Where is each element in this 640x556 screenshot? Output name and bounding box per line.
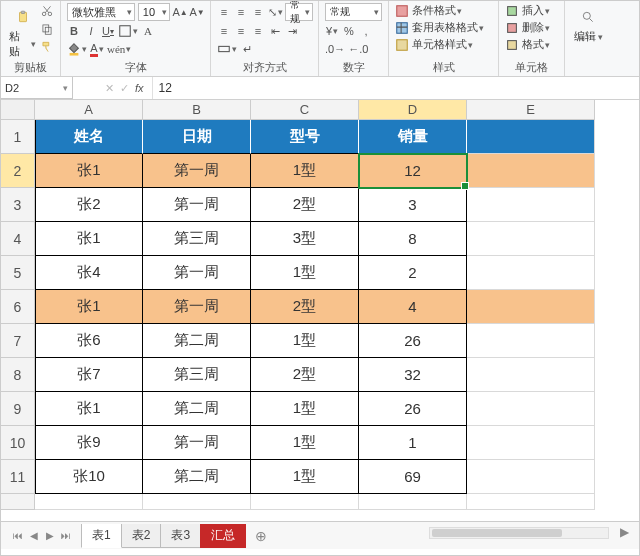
row-header-6[interactable]: 6 (1, 290, 35, 324)
cell-D10[interactable]: 1 (359, 426, 467, 460)
cell-C7[interactable]: 1型 (251, 324, 359, 358)
editing-button[interactable]: 编辑 (571, 3, 605, 44)
align-left-icon[interactable]: ≡ (217, 23, 231, 39)
currency-icon[interactable]: ¥ (325, 23, 339, 39)
align-center-icon[interactable]: ≡ (234, 23, 248, 39)
font-effects-button[interactable]: A (141, 23, 155, 39)
cell-D2[interactable]: 12 (359, 154, 467, 188)
cut-icon[interactable] (40, 3, 54, 19)
inc-decimal-icon[interactable]: .0→ (325, 41, 345, 57)
cell-E5[interactable] (467, 256, 595, 290)
cell-E6[interactable] (467, 290, 595, 324)
insert-button[interactable]: 插入 (505, 3, 558, 18)
cell-B3[interactable]: 第一周 (143, 188, 251, 222)
copy-icon[interactable] (40, 21, 54, 37)
row-header-8[interactable]: 8 (1, 358, 35, 392)
cell-B5[interactable]: 第一周 (143, 256, 251, 290)
cell-A2[interactable]: 张1 (35, 154, 143, 188)
cell-E7[interactable] (467, 324, 595, 358)
row-header-9[interactable]: 9 (1, 392, 35, 426)
row-header-11[interactable]: 11 (1, 460, 35, 494)
cell-D1[interactable]: 销量 (359, 120, 467, 154)
cell-C5[interactable]: 1型 (251, 256, 359, 290)
cell-E4[interactable] (467, 222, 595, 256)
row-header-2[interactable]: 2 (1, 154, 35, 188)
cell-B1[interactable]: 日期 (143, 120, 251, 154)
font-color-button[interactable]: A (90, 41, 104, 57)
cell-B7[interactable]: 第二周 (143, 324, 251, 358)
cell-A6[interactable]: 张1 (35, 290, 143, 324)
column-header-B[interactable]: B (143, 100, 251, 120)
cell-D12[interactable] (359, 494, 467, 510)
wrap-text-icon[interactable]: ↵ (240, 41, 254, 57)
sheet-tab-1[interactable]: 表2 (121, 524, 162, 548)
border-button[interactable] (118, 23, 138, 39)
fill-color-button[interactable] (67, 41, 87, 57)
bold-button[interactable]: B (67, 23, 81, 39)
align-top-icon[interactable]: ≡ (217, 4, 231, 20)
column-header-C[interactable]: C (251, 100, 359, 120)
align-middle-icon[interactable]: ≡ (234, 4, 248, 20)
sheet-tab-2[interactable]: 表3 (160, 524, 201, 548)
cell-D7[interactable]: 26 (359, 324, 467, 358)
scroll-right-icon[interactable]: ▶ (620, 525, 629, 539)
cell-B12[interactable] (143, 494, 251, 510)
cell-C11[interactable]: 1型 (251, 460, 359, 494)
cell-D8[interactable]: 32 (359, 358, 467, 392)
add-sheet-button[interactable]: ⊕ (251, 528, 271, 544)
horizontal-scrollbar[interactable] (429, 527, 609, 539)
tab-nav-next-icon[interactable]: ▶ (43, 530, 57, 541)
format-painter-icon[interactable] (40, 39, 54, 55)
cell-C6[interactable]: 2型 (251, 290, 359, 324)
cell-B11[interactable]: 第二周 (143, 460, 251, 494)
row-header-4[interactable]: 4 (1, 222, 35, 256)
cell-C10[interactable]: 1型 (251, 426, 359, 460)
sheet-tab-0[interactable]: 表1 (81, 524, 122, 548)
tab-nav-prev-icon[interactable]: ◀ (27, 530, 41, 541)
column-header-D[interactable]: D (359, 100, 467, 120)
column-header-E[interactable]: E (467, 100, 595, 120)
cell-E2[interactable] (467, 154, 595, 188)
cell-D4[interactable]: 8 (359, 222, 467, 256)
confirm-icon[interactable]: ✓ (120, 82, 129, 95)
cell-C9[interactable]: 1型 (251, 392, 359, 426)
orientation-icon[interactable]: ⤡ (268, 4, 282, 20)
cell-D5[interactable]: 2 (359, 256, 467, 290)
cell-D9[interactable]: 26 (359, 392, 467, 426)
cell-B4[interactable]: 第三周 (143, 222, 251, 256)
dec-decimal-icon[interactable]: ←.0 (348, 41, 368, 57)
row-header-3[interactable]: 3 (1, 188, 35, 222)
row-header-1[interactable]: 1 (1, 120, 35, 154)
phonetic-button[interactable]: wén (107, 41, 131, 57)
cell-A4[interactable]: 张1 (35, 222, 143, 256)
select-all-corner[interactable] (1, 100, 35, 120)
fx-icon[interactable]: fx (135, 82, 144, 94)
cell-styles-button[interactable]: 单元格样式 (395, 37, 492, 52)
cell-B2[interactable]: 第一周 (143, 154, 251, 188)
cancel-icon[interactable]: ✕ (105, 82, 114, 95)
dec-indent-icon[interactable]: ⇤ (268, 23, 282, 39)
cell-E9[interactable] (467, 392, 595, 426)
row-header-10[interactable]: 10 (1, 426, 35, 460)
formula-input[interactable]: 12 (153, 81, 639, 95)
wrap-select[interactable]: 常规 (285, 3, 313, 21)
format-as-table-button[interactable]: 套用表格格式 (395, 20, 492, 35)
cell-E8[interactable] (467, 358, 595, 392)
cell-D6[interactable]: 4 (359, 290, 467, 324)
row-header-7[interactable]: 7 (1, 324, 35, 358)
cell-E1[interactable] (467, 120, 595, 154)
name-box[interactable]: D2 (1, 77, 73, 99)
cell-A1[interactable]: 姓名 (35, 120, 143, 154)
cell-C2[interactable]: 1型 (251, 154, 359, 188)
cell-A7[interactable]: 张6 (35, 324, 143, 358)
italic-button[interactable]: I (84, 23, 98, 39)
cell-B9[interactable]: 第二周 (143, 392, 251, 426)
cell-C3[interactable]: 2型 (251, 188, 359, 222)
cell-A8[interactable]: 张7 (35, 358, 143, 392)
cell-B8[interactable]: 第三周 (143, 358, 251, 392)
align-bottom-icon[interactable]: ≡ (251, 4, 265, 20)
tab-nav-first-icon[interactable]: ⏮ (11, 530, 25, 541)
cell-C8[interactable]: 2型 (251, 358, 359, 392)
align-right-icon[interactable]: ≡ (251, 23, 265, 39)
cell-A12[interactable] (35, 494, 143, 510)
